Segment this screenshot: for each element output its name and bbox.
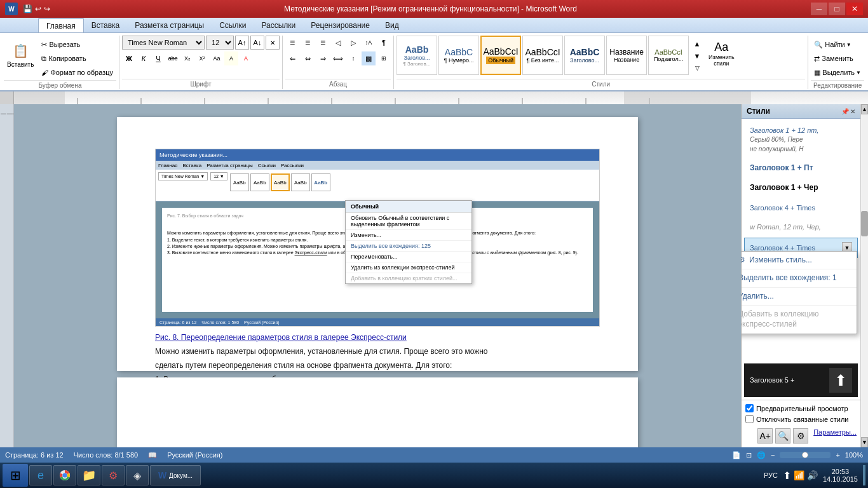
tab-insert[interactable]: Вставка <box>84 18 128 32</box>
taskbar-word-active[interactable]: W Докум... <box>150 465 201 485</box>
maximize-button[interactable]: □ <box>829 3 845 15</box>
tab-review[interactable]: Рецензирование <box>303 18 377 32</box>
zoom-plus[interactable]: + <box>836 451 839 459</box>
italic-button[interactable]: К <box>137 51 151 65</box>
tab-page-layout[interactable]: Разметка страницы <box>127 18 212 32</box>
context-menu-item-select-all[interactable]: Выделить все вхождения: 1 <box>742 269 857 288</box>
style-inspector-button[interactable]: 🔍 <box>775 428 790 444</box>
disable-linked-checkbox[interactable] <box>745 415 754 423</box>
tab-home[interactable]: Главная <box>38 18 84 32</box>
style-panel-item-roman-12[interactable]: w Roman, 12 пт, Чер, <box>744 218 858 236</box>
font-name-select[interactable]: Times New Roman <box>122 36 205 50</box>
bullets-button[interactable]: ≡ <box>285 36 299 50</box>
tab-mailings[interactable]: Рассылки <box>254 18 303 32</box>
style-normal[interactable]: AaBbCcI Обычный <box>480 36 521 75</box>
format-painter-button[interactable]: 🖌 Формат по образцу <box>38 66 116 79</box>
minimize-button[interactable]: ─ <box>811 3 827 15</box>
sort-button[interactable]: ↕A <box>362 36 376 50</box>
manage-styles-button[interactable]: ⚙ <box>793 428 808 444</box>
style-nospace[interactable]: AaBbCcI ¶ Без инте... <box>522 36 563 75</box>
increase-indent-button[interactable]: ▷ <box>346 36 360 50</box>
paste-button[interactable]: 📋 Вставить <box>4 36 37 72</box>
view-mode-print[interactable]: 📄 <box>732 451 741 459</box>
style-panel-item-heading4-times[interactable]: Заголовок 4 + Times <box>744 199 858 217</box>
replace-button[interactable]: ⇄ Заменить <box>811 52 864 65</box>
style-panel-item-heading5-italic[interactable]: Заголовок 5 + ⬆ <box>744 363 858 397</box>
justify-button[interactable]: ⟺ <box>331 51 345 65</box>
align-right-button[interactable]: ⇒ <box>316 51 330 65</box>
find-button[interactable]: 🔍 Найти ▼ <box>811 38 864 51</box>
quick-access-redo[interactable]: ↪ <box>44 4 50 13</box>
show-all-button[interactable]: ¶ <box>377 36 391 50</box>
align-left-button[interactable]: ⇐ <box>285 51 299 65</box>
align-center-button[interactable]: ⇔ <box>301 51 315 65</box>
new-style-button[interactable]: A+ <box>757 428 773 444</box>
clear-format-button[interactable]: ✕ <box>266 36 280 50</box>
scroll-thumb[interactable] <box>861 211 868 236</box>
replace-icon: ⇄ <box>814 55 820 63</box>
view-mode-fullscreen[interactable]: ⊡ <box>746 451 752 459</box>
scroll-up-button[interactable]: ▲ <box>861 104 868 114</box>
change-case-button[interactable]: Aa <box>210 51 224 65</box>
close-button[interactable]: ✕ <box>846 3 863 15</box>
taskbar-ie[interactable]: e <box>29 465 52 485</box>
change-styles-button[interactable]: Aa Изменитьстили <box>705 36 738 71</box>
view-mode-web[interactable]: 🌐 <box>757 451 766 459</box>
strikethrough-button[interactable]: abc <box>166 51 180 65</box>
superscript-button[interactable]: X² <box>195 51 209 65</box>
document-area[interactable]: Методические указания... ГлавнаяВставкаР… <box>14 104 741 447</box>
style-numbered[interactable]: AaBbC ¶ Нумеро... <box>438 36 479 75</box>
quick-access-undo[interactable]: ↩ <box>35 4 41 13</box>
style-panel-item-heading1-variant[interactable]: Заголовок 1 + 12 пт, Серый 80%, Пере не … <box>744 121 858 158</box>
paragraph-label: Абзац <box>285 79 391 89</box>
subscript-button[interactable]: X₂ <box>180 51 194 65</box>
change-style-icon: ⚙ <box>742 255 745 266</box>
zoom-slider[interactable] <box>780 452 831 458</box>
scroll-down-button[interactable]: ▼ <box>861 437 868 447</box>
vertical-scrollbar[interactable]: ▲ ▼ <box>860 104 868 447</box>
copy-button[interactable]: ⧉ Копировать <box>38 52 116 65</box>
decrease-indent-button[interactable]: ◁ <box>331 36 345 50</box>
highlight-button[interactable]: A <box>224 51 238 65</box>
tab-references[interactable]: Ссылки <box>212 18 254 32</box>
style-panel-item-heading1-pt[interactable]: Заголовок 1 + Пт <box>744 159 858 178</box>
line-spacing-button[interactable]: ↕ <box>346 51 360 65</box>
styles-gallery-button[interactable]: ▽ <box>690 62 704 74</box>
context-menu-item-change[interactable]: ⚙ Изменить стиль... <box>742 252 857 270</box>
styles-panel-pin[interactable]: 📌 <box>841 108 849 115</box>
font-shrink-button[interactable]: A↓ <box>250 36 264 50</box>
select-button[interactable]: ▦ Выделить ▼ <box>811 66 864 79</box>
cut-button[interactable]: ✂ Вырезать <box>38 38 116 51</box>
shading-button[interactable]: ▩ <box>362 51 376 65</box>
styles-panel-close[interactable]: ✕ <box>850 108 855 115</box>
taskbar-folder[interactable]: 📁 <box>78 465 100 485</box>
zoom-thumb[interactable] <box>802 452 808 458</box>
style-heading1[interactable]: AaBb Заголов... ¶ Заголов... <box>397 36 437 75</box>
underline-button[interactable]: Ч <box>151 51 165 65</box>
borders-button[interactable]: ⊞ <box>377 51 391 65</box>
tab-view[interactable]: Вид <box>377 18 407 32</box>
style-subtitle[interactable]: AaBbCcI Подзагол... <box>648 36 689 75</box>
taskbar-chrome[interactable] <box>53 465 76 485</box>
numbering-button[interactable]: ≡ <box>301 36 315 50</box>
taskbar-app2[interactable]: ◈ <box>126 465 149 485</box>
font-grow-button[interactable]: A↑ <box>235 36 249 50</box>
parameters-link[interactable]: Параметры... <box>813 428 857 444</box>
styles-scroll-down[interactable]: ▼ <box>690 50 704 62</box>
taskbar-app1[interactable]: ⚙ <box>102 465 125 485</box>
font-size-select[interactable]: 12 <box>206 36 234 50</box>
quick-access-save[interactable]: 💾 <box>23 4 32 13</box>
style-panel-item-heading4-times2[interactable]: Заголовок 4 + Times ▼ ⚙ Изменить стиль..… <box>744 238 858 258</box>
style-heading2[interactable]: AaBbC Заголово... <box>564 36 605 75</box>
style-panel-item-heading1-black[interactable]: Заголовок 1 + Чер <box>744 179 858 198</box>
styles-scroll-up[interactable]: ▲ <box>690 38 704 50</box>
bold-button[interactable]: Ж <box>122 51 136 65</box>
multilevel-button[interactable]: ≡ <box>316 36 330 50</box>
start-button[interactable]: ⊞ <box>3 464 28 487</box>
style-title[interactable]: Название Название <box>606 36 647 75</box>
zoom-minus[interactable]: − <box>771 451 775 459</box>
show-desktop-button[interactable] <box>863 465 865 485</box>
font-color-button[interactable]: A <box>239 51 253 65</box>
preview-checkbox[interactable] <box>745 404 754 412</box>
context-menu-item-delete[interactable]: Удалить... <box>742 288 857 306</box>
